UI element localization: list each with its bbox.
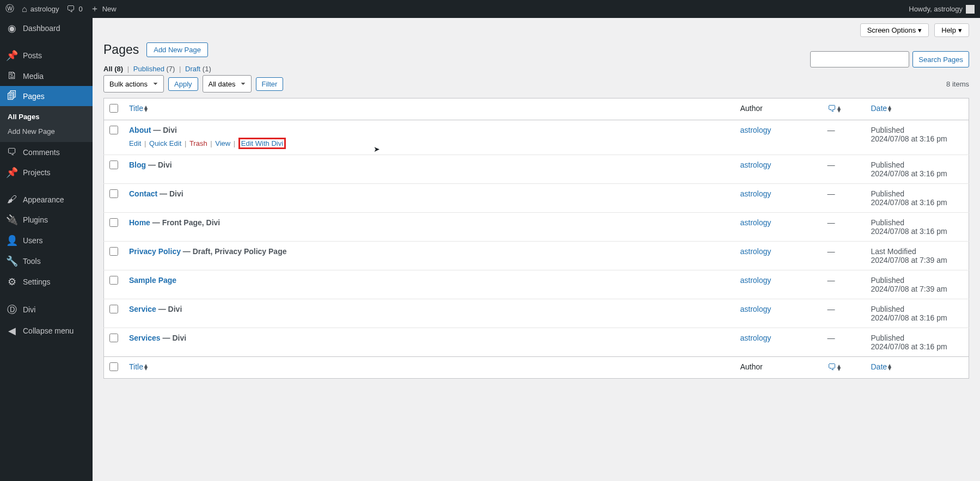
apply-button[interactable]: Apply xyxy=(168,77,198,91)
add-new-page-button[interactable]: Add New Page xyxy=(146,42,208,57)
sidebar-label: Settings xyxy=(23,278,51,286)
sidebar-label: Dashboard xyxy=(23,24,60,33)
column-title[interactable]: Title▴▾ xyxy=(129,104,148,113)
comments-link[interactable]: 🗨0 xyxy=(66,4,82,14)
sidebar-item-pages[interactable]: 🗐Pages xyxy=(0,86,93,106)
table-row: Sample Page astrology — Published2024/07… xyxy=(104,270,969,299)
select-all-checkbox-foot[interactable] xyxy=(109,362,118,371)
filter-button[interactable]: Filter xyxy=(256,77,284,91)
comments-value: — xyxy=(828,247,835,256)
page-title-link[interactable]: Sample Page xyxy=(129,276,176,285)
sidebar-sub-all-pages[interactable]: All Pages xyxy=(0,109,93,124)
sidebar-label: Appearance xyxy=(23,195,64,204)
table-row: About — Divi Edit | Quick Edit | Trash |… xyxy=(104,120,969,155)
column-title-foot[interactable]: Title▴▾ xyxy=(129,362,148,371)
page-title-link[interactable]: Contact xyxy=(129,189,157,198)
new-label: New xyxy=(102,5,117,13)
edit-with-divi-link[interactable]: Edit With Divi xyxy=(238,138,286,149)
trash-link[interactable]: Trash xyxy=(189,139,207,147)
brush-icon: 🖌 xyxy=(7,194,17,205)
comments-value: — xyxy=(828,276,835,285)
sidebar-item-posts[interactable]: 📌Posts xyxy=(0,45,93,66)
media-icon: 🖻 xyxy=(7,70,17,82)
row-checkbox[interactable] xyxy=(109,161,118,169)
date-status: Published xyxy=(871,126,905,134)
search-button[interactable]: Search Pages xyxy=(912,51,969,67)
sidebar-item-media[interactable]: 🖻Media xyxy=(0,66,93,86)
row-checkbox[interactable] xyxy=(109,334,118,342)
comment-icon: 🗨 xyxy=(7,146,17,158)
search-input[interactable] xyxy=(810,51,909,67)
sidebar-label: Users xyxy=(23,236,43,245)
view-link[interactable]: View xyxy=(215,139,230,147)
author-link[interactable]: astrology xyxy=(740,276,771,285)
row-checkbox[interactable] xyxy=(109,276,118,285)
page-title-link[interactable]: Home xyxy=(129,218,150,227)
sidebar-item-collapse[interactable]: ◀Collapse menu xyxy=(0,320,93,341)
page-title-link[interactable]: About xyxy=(129,126,151,134)
sidebar-label: Tools xyxy=(23,257,41,266)
sidebar-item-appearance[interactable]: 🖌Appearance xyxy=(0,189,93,209)
author-link[interactable]: astrology xyxy=(740,305,771,313)
filter-draft[interactable]: Draft (1) xyxy=(185,65,211,73)
screen-options-button[interactable]: Screen Options ▾ xyxy=(860,23,929,37)
row-checkbox[interactable] xyxy=(109,305,118,313)
site-name-link[interactable]: ⌂astrology xyxy=(22,4,59,14)
sidebar-item-comments[interactable]: 🗨Comments xyxy=(0,142,93,162)
sort-icon: ▴▾ xyxy=(837,106,841,112)
row-checkbox[interactable] xyxy=(109,126,118,134)
home-icon: ⌂ xyxy=(22,4,27,14)
column-date[interactable]: Date▴▾ xyxy=(871,104,892,113)
sidebar-item-dashboard[interactable]: ◉Dashboard xyxy=(0,18,93,39)
wrench-icon: 🔧 xyxy=(7,255,17,267)
date-status: Last Modified xyxy=(871,247,916,256)
comments-value: — xyxy=(828,305,835,313)
row-checkbox[interactable] xyxy=(109,247,118,256)
help-button[interactable]: Help ▾ xyxy=(934,23,969,37)
author-link[interactable]: astrology xyxy=(740,189,771,198)
select-all-checkbox[interactable] xyxy=(109,104,118,113)
row-checkbox[interactable] xyxy=(109,189,118,198)
sort-icon: ▴▾ xyxy=(144,363,148,370)
items-count: 8 items xyxy=(946,80,969,88)
sidebar-item-users[interactable]: 👤Users xyxy=(0,230,93,251)
page-title-link[interactable]: Blog xyxy=(129,161,146,169)
howdy-link[interactable]: Howdy, astrology xyxy=(909,5,975,14)
author-link[interactable]: astrology xyxy=(740,161,771,169)
greeting: Howdy, astrology xyxy=(909,5,963,13)
author-link[interactable]: astrology xyxy=(740,218,771,227)
dashboard-icon: ◉ xyxy=(7,22,17,34)
sidebar-label: Divi xyxy=(23,305,35,314)
author-link[interactable]: astrology xyxy=(740,126,771,134)
page-title-link[interactable]: Service xyxy=(129,305,156,313)
date-status: Published xyxy=(871,161,905,169)
column-comments-foot[interactable]: 🗨▴▾ xyxy=(828,362,841,372)
sidebar-sub-add-new[interactable]: Add New Page xyxy=(0,124,93,139)
sidebar-item-projects[interactable]: 📌Projects xyxy=(0,162,93,183)
row-checkbox[interactable] xyxy=(109,218,118,227)
page-title-link[interactable]: Services xyxy=(129,334,161,342)
edit-link[interactable]: Edit xyxy=(129,139,141,147)
help-label: Help xyxy=(941,26,956,34)
column-comments[interactable]: 🗨▴▾ xyxy=(828,104,841,114)
filter-all[interactable]: All (8) xyxy=(103,65,123,73)
bulk-actions-select[interactable]: Bulk actions xyxy=(103,75,164,92)
sidebar-item-divi[interactable]: ⒹDivi xyxy=(0,299,93,320)
dates-select[interactable]: All dates xyxy=(203,75,252,92)
wordpress-logo[interactable]: ⓦ xyxy=(5,3,14,15)
quick-edit-link[interactable]: Quick Edit xyxy=(149,139,181,147)
sidebar-item-plugins[interactable]: 🔌Plugins xyxy=(0,209,93,230)
page-title-link[interactable]: Privacy Policy xyxy=(129,247,181,256)
sidebar-item-tools[interactable]: 🔧Tools xyxy=(0,251,93,272)
caret-down-icon: ▾ xyxy=(918,26,922,34)
page-title-suffix: — Divi xyxy=(161,334,186,342)
new-content-link[interactable]: ＋New xyxy=(90,3,117,15)
column-date-foot[interactable]: Date▴▾ xyxy=(871,362,892,371)
date-value: 2024/07/08 at 7:39 am xyxy=(871,285,947,293)
sidebar-item-settings[interactable]: ⚙Settings xyxy=(0,272,93,292)
comments-value: — xyxy=(828,126,835,134)
filter-published[interactable]: Published (7) xyxy=(133,65,175,73)
date-value: 2024/07/08 at 3:16 pm xyxy=(871,313,947,322)
author-link[interactable]: astrology xyxy=(740,247,771,256)
author-link[interactable]: astrology xyxy=(740,334,771,342)
